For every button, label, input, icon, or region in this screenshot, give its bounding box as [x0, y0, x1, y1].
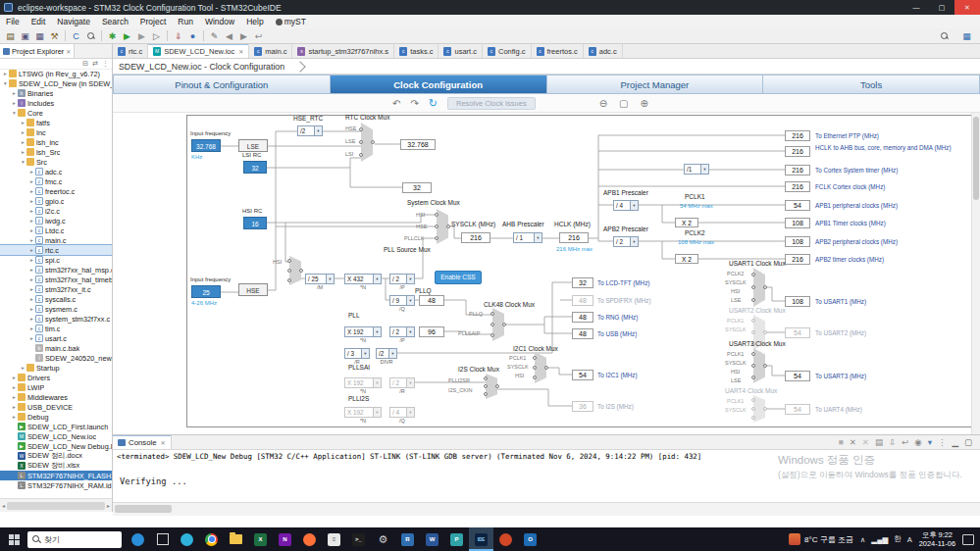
ime-mode-icon[interactable]: A	[907, 535, 912, 544]
open-console-icon[interactable]: ▾	[928, 437, 932, 447]
mux-input-radio[interactable]	[751, 398, 755, 402]
tab-console[interactable]: Console ✕	[113, 435, 172, 449]
apb1-prescaler[interactable]: / 4▾	[613, 200, 639, 211]
close-tab-icon[interactable]: ✕	[238, 48, 243, 55]
back-icon[interactable]: ◀	[222, 29, 236, 42]
tree-item-stm32f7xx-it-c[interactable]: ▸cstm32f7xx_it.c	[0, 284, 112, 294]
clear-console-icon[interactable]: ▤	[875, 437, 883, 447]
run-icon[interactable]: ▶	[120, 29, 134, 42]
hclk-value[interactable]: 216	[559, 232, 589, 243]
mux-input-radio[interactable]	[751, 364, 755, 368]
editor-tab-config-c[interactable]: cConfig.c	[483, 44, 532, 58]
menu-project[interactable]: Project	[134, 17, 172, 26]
tree-expand-icon[interactable]: ▸	[11, 375, 18, 380]
toggle-breakpoint-icon[interactable]: ●	[185, 29, 200, 42]
powerpoint-icon[interactable]	[493, 527, 518, 551]
tree-item-fmc-c[interactable]: ▸cfmc.c	[0, 176, 112, 186]
search-icon[interactable]	[83, 29, 98, 42]
close-button[interactable]: ✕	[954, 0, 980, 15]
mux-input-radio[interactable]	[751, 416, 755, 420]
mux-input-radio[interactable]	[751, 330, 755, 334]
clock-value-to-cortex-system-timer-mhz[interactable]: 216	[785, 165, 810, 175]
clock-value-to-ethernet-ptp-mhz[interactable]: 216	[785, 130, 810, 141]
close-view-icon[interactable]: ✕	[66, 48, 71, 55]
clock-value-to-rng-mhz[interactable]: 48	[572, 312, 593, 323]
tree-item-sdew-lcd-new-debug-laun[interactable]: ▶SDEW_LCD_New Debug.laun	[0, 441, 112, 451]
tree-item-fatfs[interactable]: ▸fatfs	[0, 118, 112, 127]
clock-value-apb1-timer-clocks-mhz[interactable]: 108	[785, 218, 810, 228]
tree-expand-icon[interactable]: ▸	[11, 100, 18, 106]
tree-item-system-stm32f7xx-c[interactable]: ▸csystem_stm32f7xx.c	[0, 314, 112, 324]
close-console-icon[interactable]: ✕	[161, 439, 166, 446]
clock-value-hclk-to-ahb-bus-core-memory-and-dma-mhz[interactable]: 216	[785, 146, 810, 157]
minimize-button[interactable]: —	[903, 0, 929, 15]
clock-value-to-usart1-mhz[interactable]: 108	[785, 296, 810, 307]
scroll-left-icon[interactable]: ◂	[2, 502, 5, 509]
tree-expand-icon[interactable]: ▸	[28, 286, 35, 292]
tree-collapse-icon[interactable]: ▾	[20, 159, 26, 165]
mux-input-radio[interactable]	[490, 323, 494, 326]
scroll-thumb[interactable]	[973, 117, 979, 200]
edge-icon[interactable]	[175, 527, 199, 551]
maximize-view-icon[interactable]: ▢	[964, 437, 972, 447]
clock-value-to-usart2-mhz[interactable]: 54	[785, 327, 810, 338]
tree-item-core[interactable]: ▾Core	[0, 108, 112, 118]
tree-expand-icon[interactable]: ▸	[28, 267, 35, 273]
tree-expand-icon[interactable]: ▸	[28, 178, 35, 184]
debug-icon[interactable]: ✱	[105, 29, 120, 42]
link-editor-icon[interactable]: ⇄	[92, 60, 98, 68]
tree-expand-icon[interactable]: ▸	[28, 316, 35, 322]
tree-expand-icon[interactable]: ▸	[20, 365, 26, 371]
pllsaip-divider[interactable]: / 2▾	[389, 326, 415, 337]
tree-item-stm32f767nihx-flash-ld[interactable]: LSTM32F767NIHX_FLASH.ld	[0, 471, 112, 480]
stm32cubeprogrammer-icon[interactable]: P	[444, 527, 469, 551]
editor-tab-adc-c[interactable]: cadc.c	[584, 44, 623, 58]
tree-item-inc[interactable]: ▸Inc	[0, 127, 112, 137]
forward-icon[interactable]: ▶	[236, 29, 251, 42]
clock-value-to-usb-mhz[interactable]: 48	[572, 328, 593, 339]
tree-item-sdew-장비-xlsx[interactable]: XSDEW 장비.xlsx	[0, 461, 112, 471]
tree-expand-icon[interactable]: ▸	[28, 306, 35, 312]
tree-item-sdew-정리-docx[interactable]: WSDEW 정리.docx	[0, 451, 112, 461]
tree-item-spi-c[interactable]: ▸cspi.c	[0, 255, 112, 265]
tree-expand-icon[interactable]: ▸	[28, 237, 35, 243]
tree-item-adc-c[interactable]: ▸cadc.c	[0, 167, 112, 176]
enable-css-button[interactable]: Enable CSS	[435, 271, 482, 284]
lse-osc[interactable]: LSE	[238, 139, 268, 152]
mux-input-radio[interactable]	[287, 269, 291, 273]
tree-expand-icon[interactable]: ▸	[28, 227, 35, 233]
tree-expand-icon[interactable]: ▸	[28, 188, 35, 194]
hse-osc[interactable]: HSE	[238, 283, 268, 296]
redo-icon[interactable]: ↷	[410, 98, 418, 109]
rtc-hse-divider[interactable]: /2▾	[297, 125, 323, 136]
myst-account[interactable]: myST	[276, 17, 306, 26]
menu-search[interactable]: Search	[96, 17, 134, 26]
maximize-button[interactable]: ▢	[929, 0, 954, 15]
pllm-divider[interactable]: / 25▾	[305, 274, 335, 284]
mux-input-radio[interactable]	[533, 356, 537, 360]
editor-tab-usart-c[interactable]: cusart.c	[438, 44, 483, 58]
save-icon[interactable]: ▣	[18, 29, 32, 42]
scroll-lock-icon[interactable]: ⇩	[889, 437, 896, 447]
settings-icon[interactable]: ⚙	[371, 527, 395, 551]
tree-item-sdew-lcd-first-launch[interactable]: ▶SDEW_LCD_First.launch	[0, 422, 112, 431]
tree-item-main-c-bak[interactable]: bmain.c.bak	[0, 343, 112, 353]
tree-expand-icon[interactable]: ▸	[2, 71, 9, 76]
remove-launch-icon[interactable]: ✕	[850, 437, 856, 447]
resolve-clock-issues-button[interactable]: Resolve Clock Issues	[447, 97, 536, 110]
pllsain-multiplier[interactable]: X 192▾	[344, 326, 382, 337]
tree-expand-icon[interactable]: ▸	[28, 208, 35, 214]
editor-tab-rtc-c[interactable]: crtc.c	[113, 44, 148, 58]
refresh-icon[interactable]: ↻	[429, 97, 438, 110]
tray-chevron-icon[interactable]: ∧	[860, 535, 866, 544]
diagram-vscrollbar[interactable]	[971, 113, 980, 434]
tree-item-sysmem-c[interactable]: ▸csysmem.c	[0, 304, 112, 314]
tree-item-i2c-c[interactable]: ▸ci2c.c	[0, 206, 112, 216]
pllq-value[interactable]: 48	[419, 295, 444, 306]
tree-expand-icon[interactable]: ▸	[28, 218, 35, 224]
apb2-prescaler[interactable]: / 2▾	[613, 236, 639, 247]
tree-item-syscalls-c[interactable]: ▸csyscalls.c	[0, 294, 112, 304]
tree-expand-icon[interactable]: ▸	[28, 198, 35, 204]
chat-icon[interactable]	[126, 527, 150, 551]
mux-input-radio[interactable]	[287, 278, 291, 282]
